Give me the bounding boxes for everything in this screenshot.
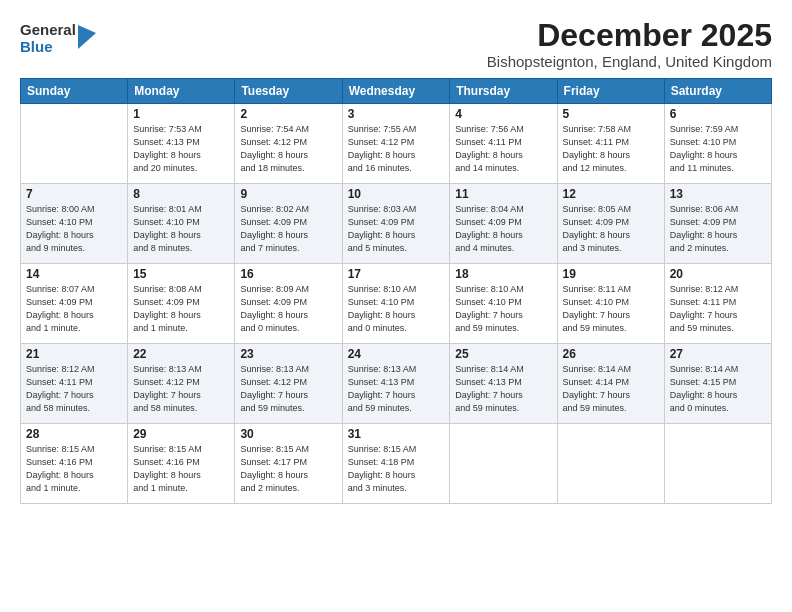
col-monday: Monday bbox=[128, 79, 235, 104]
title-section: December 2025 Bishopsteignton, England, … bbox=[487, 18, 772, 70]
table-row: 9Sunrise: 8:02 AM Sunset: 4:09 PM Daylig… bbox=[235, 184, 342, 264]
day-info: Sunrise: 8:07 AM Sunset: 4:09 PM Dayligh… bbox=[26, 283, 122, 335]
day-number: 5 bbox=[563, 107, 659, 121]
calendar-week-row: 21Sunrise: 8:12 AM Sunset: 4:11 PM Dayli… bbox=[21, 344, 772, 424]
calendar-week-row: 28Sunrise: 8:15 AM Sunset: 4:16 PM Dayli… bbox=[21, 424, 772, 504]
day-info: Sunrise: 7:54 AM Sunset: 4:12 PM Dayligh… bbox=[240, 123, 336, 175]
day-number: 28 bbox=[26, 427, 122, 441]
day-info: Sunrise: 7:59 AM Sunset: 4:10 PM Dayligh… bbox=[670, 123, 766, 175]
day-number: 10 bbox=[348, 187, 445, 201]
col-tuesday: Tuesday bbox=[235, 79, 342, 104]
logo-general: General bbox=[20, 22, 76, 39]
day-info: Sunrise: 8:12 AM Sunset: 4:11 PM Dayligh… bbox=[26, 363, 122, 415]
day-number: 14 bbox=[26, 267, 122, 281]
day-info: Sunrise: 7:53 AM Sunset: 4:13 PM Dayligh… bbox=[133, 123, 229, 175]
day-info: Sunrise: 8:14 AM Sunset: 4:14 PM Dayligh… bbox=[563, 363, 659, 415]
day-info: Sunrise: 8:15 AM Sunset: 4:17 PM Dayligh… bbox=[240, 443, 336, 495]
table-row: 26Sunrise: 8:14 AM Sunset: 4:14 PM Dayli… bbox=[557, 344, 664, 424]
day-info: Sunrise: 8:03 AM Sunset: 4:09 PM Dayligh… bbox=[348, 203, 445, 255]
table-row bbox=[557, 424, 664, 504]
day-number: 29 bbox=[133, 427, 229, 441]
col-friday: Friday bbox=[557, 79, 664, 104]
day-info: Sunrise: 7:58 AM Sunset: 4:11 PM Dayligh… bbox=[563, 123, 659, 175]
day-number: 15 bbox=[133, 267, 229, 281]
col-saturday: Saturday bbox=[664, 79, 771, 104]
month-title: December 2025 bbox=[487, 18, 772, 53]
logo-blue: Blue bbox=[20, 39, 76, 56]
table-row: 1Sunrise: 7:53 AM Sunset: 4:13 PM Daylig… bbox=[128, 104, 235, 184]
table-row: 12Sunrise: 8:05 AM Sunset: 4:09 PM Dayli… bbox=[557, 184, 664, 264]
day-number: 27 bbox=[670, 347, 766, 361]
col-wednesday: Wednesday bbox=[342, 79, 450, 104]
day-number: 19 bbox=[563, 267, 659, 281]
day-number: 2 bbox=[240, 107, 336, 121]
day-number: 1 bbox=[133, 107, 229, 121]
calendar-header-row: Sunday Monday Tuesday Wednesday Thursday… bbox=[21, 79, 772, 104]
day-info: Sunrise: 8:13 AM Sunset: 4:12 PM Dayligh… bbox=[240, 363, 336, 415]
day-info: Sunrise: 7:55 AM Sunset: 4:12 PM Dayligh… bbox=[348, 123, 445, 175]
day-info: Sunrise: 8:10 AM Sunset: 4:10 PM Dayligh… bbox=[348, 283, 445, 335]
table-row: 28Sunrise: 8:15 AM Sunset: 4:16 PM Dayli… bbox=[21, 424, 128, 504]
day-number: 17 bbox=[348, 267, 445, 281]
table-row: 3Sunrise: 7:55 AM Sunset: 4:12 PM Daylig… bbox=[342, 104, 450, 184]
day-info: Sunrise: 8:13 AM Sunset: 4:13 PM Dayligh… bbox=[348, 363, 445, 415]
table-row: 6Sunrise: 7:59 AM Sunset: 4:10 PM Daylig… bbox=[664, 104, 771, 184]
day-number: 25 bbox=[455, 347, 551, 361]
table-row: 20Sunrise: 8:12 AM Sunset: 4:11 PM Dayli… bbox=[664, 264, 771, 344]
day-info: Sunrise: 8:05 AM Sunset: 4:09 PM Dayligh… bbox=[563, 203, 659, 255]
table-row: 31Sunrise: 8:15 AM Sunset: 4:18 PM Dayli… bbox=[342, 424, 450, 504]
day-number: 24 bbox=[348, 347, 445, 361]
day-number: 21 bbox=[26, 347, 122, 361]
day-number: 11 bbox=[455, 187, 551, 201]
table-row: 7Sunrise: 8:00 AM Sunset: 4:10 PM Daylig… bbox=[21, 184, 128, 264]
day-number: 31 bbox=[348, 427, 445, 441]
table-row: 25Sunrise: 8:14 AM Sunset: 4:13 PM Dayli… bbox=[450, 344, 557, 424]
table-row: 10Sunrise: 8:03 AM Sunset: 4:09 PM Dayli… bbox=[342, 184, 450, 264]
location: Bishopsteignton, England, United Kingdom bbox=[487, 53, 772, 70]
col-thursday: Thursday bbox=[450, 79, 557, 104]
calendar: Sunday Monday Tuesday Wednesday Thursday… bbox=[20, 78, 772, 504]
day-info: Sunrise: 8:10 AM Sunset: 4:10 PM Dayligh… bbox=[455, 283, 551, 335]
day-info: Sunrise: 8:14 AM Sunset: 4:13 PM Dayligh… bbox=[455, 363, 551, 415]
day-number: 20 bbox=[670, 267, 766, 281]
table-row bbox=[21, 104, 128, 184]
day-info: Sunrise: 8:14 AM Sunset: 4:15 PM Dayligh… bbox=[670, 363, 766, 415]
table-row: 22Sunrise: 8:13 AM Sunset: 4:12 PM Dayli… bbox=[128, 344, 235, 424]
table-row: 4Sunrise: 7:56 AM Sunset: 4:11 PM Daylig… bbox=[450, 104, 557, 184]
logo-text: General Blue bbox=[20, 22, 76, 55]
table-row: 19Sunrise: 8:11 AM Sunset: 4:10 PM Dayli… bbox=[557, 264, 664, 344]
day-number: 18 bbox=[455, 267, 551, 281]
day-info: Sunrise: 8:13 AM Sunset: 4:12 PM Dayligh… bbox=[133, 363, 229, 415]
table-row: 5Sunrise: 7:58 AM Sunset: 4:11 PM Daylig… bbox=[557, 104, 664, 184]
day-info: Sunrise: 8:12 AM Sunset: 4:11 PM Dayligh… bbox=[670, 283, 766, 335]
col-sunday: Sunday bbox=[21, 79, 128, 104]
table-row: 29Sunrise: 8:15 AM Sunset: 4:16 PM Dayli… bbox=[128, 424, 235, 504]
table-row: 18Sunrise: 8:10 AM Sunset: 4:10 PM Dayli… bbox=[450, 264, 557, 344]
table-row bbox=[450, 424, 557, 504]
day-info: Sunrise: 8:11 AM Sunset: 4:10 PM Dayligh… bbox=[563, 283, 659, 335]
table-row: 27Sunrise: 8:14 AM Sunset: 4:15 PM Dayli… bbox=[664, 344, 771, 424]
day-number: 16 bbox=[240, 267, 336, 281]
day-number: 26 bbox=[563, 347, 659, 361]
day-number: 9 bbox=[240, 187, 336, 201]
table-row: 21Sunrise: 8:12 AM Sunset: 4:11 PM Dayli… bbox=[21, 344, 128, 424]
table-row bbox=[664, 424, 771, 504]
day-number: 12 bbox=[563, 187, 659, 201]
header: General Blue December 2025 Bishopsteignt… bbox=[20, 18, 772, 70]
table-row: 30Sunrise: 8:15 AM Sunset: 4:17 PM Dayli… bbox=[235, 424, 342, 504]
day-info: Sunrise: 8:04 AM Sunset: 4:09 PM Dayligh… bbox=[455, 203, 551, 255]
table-row: 24Sunrise: 8:13 AM Sunset: 4:13 PM Dayli… bbox=[342, 344, 450, 424]
day-info: Sunrise: 7:56 AM Sunset: 4:11 PM Dayligh… bbox=[455, 123, 551, 175]
day-info: Sunrise: 8:00 AM Sunset: 4:10 PM Dayligh… bbox=[26, 203, 122, 255]
table-row: 2Sunrise: 7:54 AM Sunset: 4:12 PM Daylig… bbox=[235, 104, 342, 184]
svg-marker-0 bbox=[78, 25, 96, 49]
day-number: 3 bbox=[348, 107, 445, 121]
day-info: Sunrise: 8:01 AM Sunset: 4:10 PM Dayligh… bbox=[133, 203, 229, 255]
table-row: 15Sunrise: 8:08 AM Sunset: 4:09 PM Dayli… bbox=[128, 264, 235, 344]
logo-icon bbox=[78, 25, 96, 49]
day-info: Sunrise: 8:15 AM Sunset: 4:16 PM Dayligh… bbox=[26, 443, 122, 495]
day-number: 23 bbox=[240, 347, 336, 361]
day-number: 30 bbox=[240, 427, 336, 441]
table-row: 14Sunrise: 8:07 AM Sunset: 4:09 PM Dayli… bbox=[21, 264, 128, 344]
day-number: 7 bbox=[26, 187, 122, 201]
